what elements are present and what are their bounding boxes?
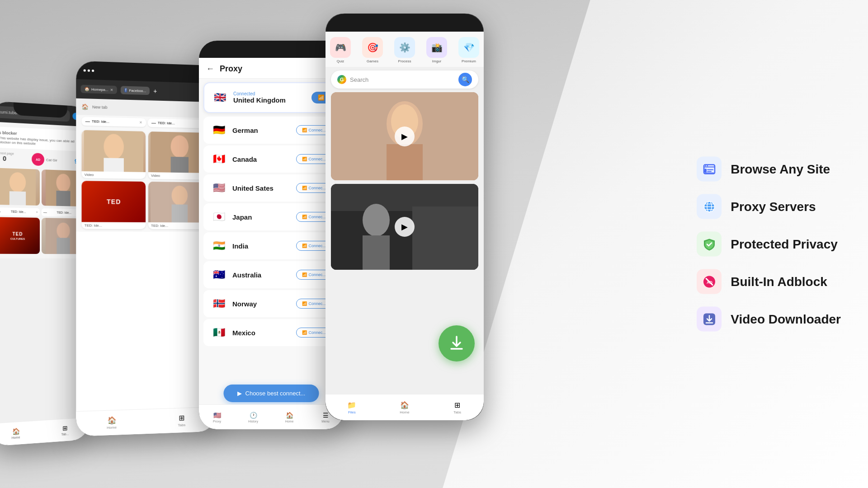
phone2-new-tab-btn[interactable]: + [153, 87, 157, 94]
phone1-tabs-row: — TED: Ide... × — TED: Ide... × [0, 207, 85, 217]
phone1-ad-area: AD Cat Gir [32, 153, 57, 166]
phone3-norway[interactable]: 🇳🇴 Norway 📶 Connec... [203, 290, 339, 317]
canada-info: Canada [232, 155, 291, 163]
australia-flag: 🇦🇺 [211, 267, 227, 283]
phone3-nav-home-label: Home [285, 420, 294, 423]
phone2-card3[interactable]: TED TED: Ide... [82, 181, 146, 229]
premium-label: Premium [462, 59, 476, 63]
phone1-tab1[interactable]: — TED: Ide... × [0, 207, 40, 216]
phone1-tab1-close[interactable]: × [36, 210, 38, 214]
phone3-usa[interactable]: 🇺🇸 United Sates 📶 Connec... [203, 174, 339, 202]
phone4-premium-icon[interactable]: 💎 Premium [458, 37, 479, 63]
signal-icon-au: 📶 [302, 272, 307, 277]
mexico-flag: 🇲🇽 [211, 324, 227, 341]
phone4-download-fab[interactable] [439, 325, 475, 361]
phone4-imgur-icon[interactable]: 📸 Imgur [426, 37, 447, 63]
phone4-games-icon[interactable]: 🎯 Games [362, 37, 383, 63]
phone4-nav-tabs[interactable]: ⊞ Tabs [431, 401, 484, 414]
phone3-best-connect-btn[interactable]: ▶ Choose best connect... [224, 385, 319, 402]
phone4-video2[interactable]: ▶ [331, 184, 478, 270]
phone3-connected-item[interactable]: 🇬🇧 Connected United Kingdom 📶 [203, 82, 339, 113]
phone3-german[interactable]: 🇩🇪 German 📶 Connec... [203, 117, 339, 144]
phone2-tab-mini1[interactable]: — TED: Ide... ✕ [82, 117, 146, 127]
home-small-icon: 🏠 [85, 87, 90, 91]
phone4-nav-home-label: Home [400, 410, 409, 414]
phone4-video1-play[interactable]: ▶ [395, 127, 415, 146]
phone3-nav-history[interactable]: 🕐 History [235, 412, 271, 423]
phone3-canada[interactable]: 🇨🇦 Canada 📶 Connec... [203, 145, 339, 173]
privacy-icon-wrapper [697, 232, 722, 257]
phone3-nav-proxy[interactable]: 🇺🇸 Proxy [199, 412, 235, 423]
phone3-mexico[interactable]: 🇲🇽 Mexico 📶 Connec... [203, 319, 339, 346]
history-icon: 🕐 [250, 412, 257, 419]
privacy-label: Protected Privacy [731, 237, 838, 251]
download-icon [448, 334, 466, 352]
phone4-nav-files-label: Files [348, 410, 356, 414]
german-info: German [232, 127, 291, 134]
phone2-tab-mini1-label: TED: Ide... [92, 119, 137, 124]
phone2-homepage-close[interactable]: ✕ [110, 88, 113, 92]
usa-info: United Sates [232, 184, 291, 192]
feature-browse: Browse Any Site [697, 157, 841, 182]
process-icon-bg: ⚙️ [394, 37, 415, 58]
adblock-icon: AD [702, 274, 717, 289]
phone3-india[interactable]: 🇮🇳 India 📶 Connec... [203, 232, 339, 259]
phone1-thumbs [0, 168, 85, 206]
phone3-connected-label: Connected [233, 91, 306, 96]
signal-icon-no: 📶 [302, 301, 307, 306]
german-name: German [232, 127, 291, 134]
phone3-notch [244, 41, 298, 53]
india-info: India [232, 242, 291, 250]
phone3-uk-info: Connected United Kingdom [233, 91, 306, 104]
signal-icon-jp: 📶 [302, 215, 307, 219]
phone2-status-icons [84, 69, 94, 72]
phone4-video2-play[interactable]: ▶ [395, 217, 415, 237]
india-name: India [232, 242, 291, 250]
phone3-nav-history-label: History [248, 420, 258, 423]
svg-rect-8 [57, 238, 70, 254]
status-dot3 [92, 69, 94, 71]
usa-name: United Sates [232, 184, 291, 192]
phone2-tab-homepage[interactable]: 🏠 Homepa... ✕ [81, 85, 117, 94]
phone2-card1[interactable]: Video [82, 130, 146, 179]
phone3-japan[interactable]: 🇯🇵 Japan 📶 Connec... [203, 203, 339, 230]
ted-text: TED [107, 198, 121, 205]
australia-name: Australia [232, 271, 291, 279]
phone3-australia[interactable]: 🇦🇺 Australia 📶 Connec... [203, 261, 339, 288]
phone3-nav-home[interactable]: 🏠 Home [271, 412, 307, 423]
phone4-quiz-icon[interactable]: 🎮 Quiz [330, 37, 351, 63]
phone4-process-icon[interactable]: ⚙️ Process [394, 37, 415, 63]
woman1-svg [82, 130, 146, 172]
phone1-nav-home[interactable]: 🏠 Home [0, 426, 41, 441]
browse-icon [702, 162, 717, 176]
facebook-icon: f [124, 88, 127, 92]
signal-icon: 📶 [318, 94, 325, 101]
process-label: Process [398, 59, 411, 63]
phone4-nav-home[interactable]: 🏠 Home [378, 401, 431, 414]
phone3-back-btn[interactable]: ← [206, 64, 214, 74]
svg-rect-5 [56, 191, 70, 206]
phone4-nav-files[interactable]: 📁 Files [326, 401, 378, 414]
phone2-homepage-label: Homepa... [91, 87, 108, 92]
mexico-name: Mexico [232, 329, 291, 337]
svg-rect-20 [387, 144, 423, 180]
quiz-label: Quiz [337, 59, 344, 63]
phone4-video1[interactable]: ▶ [331, 92, 478, 180]
proxy-label: Proxy Servers [731, 199, 816, 214]
svg-rect-14 [171, 157, 189, 173]
phone2-nav-home[interactable]: 🏠 Home [76, 415, 147, 431]
phone4-tabs-icon: ⊞ [454, 401, 460, 409]
phone1-stat-current-label: Current page [0, 151, 14, 155]
phone2-tab-mini1-close[interactable]: ✕ [139, 121, 142, 125]
phone4-frame: 9:41 🎮 Quiz 🎯 Games ⚙️ Process 📸 [326, 14, 484, 420]
browse-icon-wrapper [697, 157, 722, 182]
phone2-tab-facebook[interactable]: f Faceboo... [121, 86, 150, 95]
phone4-search-btn[interactable]: 🔍 [458, 73, 472, 86]
phone4-app-icons: 🎮 Quiz 🎯 Games ⚙️ Process 📸 Imgur 💎 [326, 32, 484, 67]
svg-rect-25 [363, 235, 390, 270]
feature-proxy: Proxy Servers [697, 194, 841, 219]
phone1-warning: s blocker This website has display issue… [0, 127, 85, 151]
phone4-search-bar[interactable]: G Search 🔍 [331, 70, 478, 89]
phone3-bottom-nav: 🇺🇸 Proxy 🕐 History 🏠 Home ☰ Menu [199, 404, 344, 429]
phone2-card1-img [82, 130, 146, 172]
